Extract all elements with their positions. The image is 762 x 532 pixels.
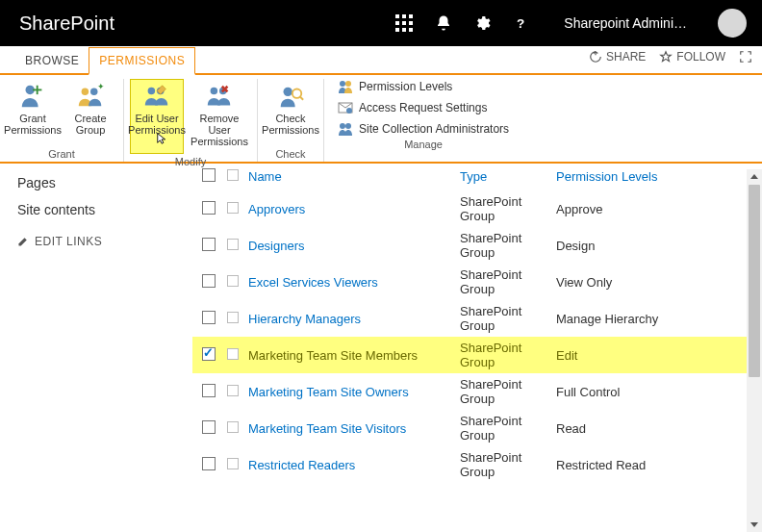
remove-user-l1: Remove User — [189, 113, 250, 136]
svg-point-23 — [340, 81, 345, 87]
row-item-checkbox[interactable] — [227, 239, 239, 250]
group-name-link[interactable]: Marketing Team Site Owners — [248, 385, 460, 399]
access-request-settings-button[interactable]: Access Request Settings — [338, 100, 509, 115]
create-group-l1: Create — [74, 113, 106, 124]
scroll-up-icon[interactable] — [747, 169, 762, 185]
table-row: Marketing Team Site VisitorsSharePoint G… — [192, 410, 762, 446]
row-item-checkbox[interactable] — [227, 202, 239, 214]
grant-perm-l2: Permissions — [4, 124, 62, 136]
check-permissions-button[interactable]: Check Permissions — [264, 79, 318, 146]
create-group-button[interactable]: ✦ Create Group — [64, 79, 117, 146]
svg-rect-8 — [409, 28, 413, 32]
focus-icon[interactable] — [739, 50, 752, 63]
group-name-link[interactable]: Approvers — [248, 202, 460, 216]
svg-rect-0 — [395, 14, 399, 18]
tab-browse[interactable]: BROWSE — [15, 48, 89, 73]
row-checkbox[interactable] — [202, 201, 216, 215]
list-header: Name Type Permission Levels — [192, 164, 762, 190]
group-permission: Edit — [556, 348, 720, 363]
row-checkbox[interactable] — [202, 311, 216, 324]
group-type: SharePoint Group — [460, 414, 556, 443]
row-checkbox[interactable] — [202, 457, 216, 470]
follow-label: FOLLOW — [676, 50, 725, 63]
col-perm[interactable]: Permission Levels — [556, 169, 720, 184]
table-row: Restricted ReadersSharePoint GroupRestri… — [192, 446, 762, 483]
ribbon-group-manage: Permission Levels Access Request Setting… — [324, 79, 522, 162]
row-item-checkbox[interactable] — [227, 458, 239, 469]
brand: SharePoint — [19, 13, 114, 35]
scroll-down-icon[interactable] — [747, 517, 762, 532]
grant-permissions-button[interactable]: Grant Permissions — [6, 79, 60, 146]
share-button[interactable]: SHARE — [589, 50, 646, 63]
edit-links-button[interactable]: EDIT LINKS — [17, 235, 192, 248]
group-name-link[interactable]: Hierarchy Managers — [248, 312, 460, 326]
group-name-link[interactable]: Designers — [248, 239, 460, 253]
header-item-checkbox — [227, 169, 239, 181]
svg-line-22 — [299, 96, 303, 100]
edit-user-l2: Permissions — [128, 124, 186, 153]
row-item-checkbox[interactable] — [227, 421, 239, 433]
scrollbar[interactable] — [747, 169, 762, 532]
manage-group-label: Manage — [404, 137, 443, 152]
grant-perm-l1: Grant — [19, 113, 46, 124]
group-name-link[interactable]: Restricted Readers — [248, 458, 460, 472]
help-icon[interactable]: ? — [512, 14, 529, 32]
scroll-thumb[interactable] — [749, 185, 760, 377]
group-type: SharePoint Group — [460, 450, 556, 479]
svg-point-20 — [284, 88, 292, 96]
site-collection-admins-button[interactable]: Site Collection Administrators — [338, 121, 509, 137]
share-label: SHARE — [606, 50, 646, 63]
table-row: Marketing Team Site MembersSharePoint Gr… — [192, 337, 762, 373]
row-checkbox[interactable] — [202, 238, 216, 251]
permission-levels-button[interactable]: Permission Levels — [338, 79, 509, 94]
group-type: SharePoint Group — [460, 377, 556, 406]
follow-button[interactable]: FOLLOW — [659, 50, 725, 63]
permission-levels-label: Permission Levels — [359, 80, 452, 93]
current-user[interactable]: Sharepoint Admini… — [564, 15, 687, 31]
remove-user-permissions-button[interactable]: Remove User Permissions — [188, 79, 251, 154]
group-permission: Design — [556, 239, 720, 253]
row-checkbox[interactable] — [202, 347, 216, 361]
nav-site-contents[interactable]: Site contents — [17, 202, 192, 217]
create-group-l2: Group — [76, 124, 106, 136]
row-item-checkbox[interactable] — [227, 385, 239, 396]
group-name-link[interactable]: Marketing Team Site Members — [248, 348, 460, 363]
row-item-checkbox[interactable] — [227, 312, 239, 323]
col-type[interactable]: Type — [460, 169, 556, 184]
svg-point-13 — [82, 89, 89, 96]
row-checkbox[interactable] — [202, 420, 216, 434]
row-checkbox[interactable] — [202, 274, 216, 288]
svg-text:✦: ✦ — [97, 82, 105, 91]
svg-text:?: ? — [517, 16, 524, 31]
group-type: SharePoint Group — [460, 194, 556, 223]
site-collection-admins-label: Site Collection Administrators — [359, 122, 509, 136]
bell-icon[interactable] — [435, 14, 452, 32]
group-type: SharePoint Group — [460, 231, 556, 260]
row-item-checkbox[interactable] — [227, 348, 239, 360]
group-name-link[interactable]: Excel Services Viewers — [248, 275, 460, 290]
group-permission: Read — [556, 421, 720, 436]
main: Pages Site contents EDIT LINKS Name Type… — [0, 164, 762, 532]
svg-rect-3 — [395, 21, 399, 25]
gear-icon[interactable] — [473, 14, 491, 32]
group-name-link[interactable]: Marketing Team Site Visitors — [248, 421, 460, 436]
nav-pages[interactable]: Pages — [17, 175, 192, 190]
permissions-list: Name Type Permission Levels ApproversSha… — [192, 164, 762, 532]
svg-rect-12 — [33, 89, 41, 91]
svg-rect-6 — [395, 28, 399, 32]
col-name[interactable]: Name — [248, 169, 460, 184]
svg-point-26 — [346, 108, 352, 114]
edit-user-permissions-button[interactable]: Edit User Permissions — [130, 79, 184, 154]
row-item-checkbox[interactable] — [227, 275, 239, 287]
check-perm-l1: Check — [275, 113, 305, 124]
avatar[interactable] — [718, 9, 747, 38]
waffle-icon[interactable] — [394, 13, 414, 33]
access-request-settings-label: Access Request Settings — [359, 101, 487, 114]
select-all-checkbox[interactable] — [202, 168, 216, 182]
tab-permissions[interactable]: PERMISSIONS — [89, 47, 195, 75]
remove-user-l2: Permissions — [190, 136, 248, 147]
group-type: SharePoint Group — [460, 267, 556, 296]
pencil-icon — [17, 236, 29, 247]
svg-point-28 — [345, 123, 351, 129]
row-checkbox[interactable] — [202, 384, 216, 397]
